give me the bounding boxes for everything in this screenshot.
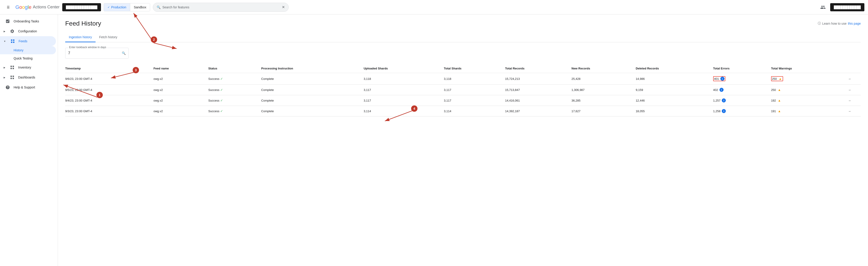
sidebar-item-help-label: Help & Support [13,86,35,89]
sidebar-item-feeds[interactable]: Feeds [0,36,56,46]
warning-icon[interactable]: ▲ [777,109,781,113]
cell-total-warnings: 250 ▲ [771,85,842,95]
sidebar-sub-item-quick-testing[interactable]: Quick Testing [0,54,56,62]
sidebar-item-help[interactable]: Help & Support [0,82,56,92]
help-icon [5,85,10,90]
error-info-icon[interactable]: i [720,77,724,81]
cell-processing: Complete [261,85,364,95]
cell-timestamp: 9/3/23, 23:00 GMT-4 [65,106,154,117]
app-logo: Google Actions Center [16,4,60,10]
row-navigate-arrow[interactable]: → [842,73,861,85]
page-help-link: ⓘ Learn how to use this page [818,22,861,26]
sandbox-tab[interactable]: Sandbox [130,3,150,11]
table-row: 9/3/23, 23:00 GMT-4 owg.v2 Success ✓ Com… [65,106,861,117]
sidebar-sub-item-quick-testing-label: Quick Testing [13,57,33,60]
cell-status: Success ✓ [208,95,261,106]
sidebar-item-onboarding-label: Onboarding Tasks [13,20,39,23]
warning-icon[interactable]: ▲ [778,77,782,81]
cell-new-records: 36,285 [571,95,636,106]
cell-uploaded-shards: 3,114 [364,106,444,117]
menu-icon[interactable]: ☰ [4,3,13,12]
cell-deleted-records: 9,159 [636,85,713,95]
sidebar-item-onboarding[interactable]: Onboarding Tasks [0,16,56,26]
main-content: Feed History ⓘ Learn how to use this pag… [58,14,868,266]
error-info-icon[interactable]: i [722,98,726,102]
cell-total-records: 14,392,187 [505,106,571,117]
tab-fetch-history[interactable]: Fetch history [96,33,121,42]
feeds-icon [10,39,15,43]
status-check-icon: ✓ [220,77,223,80]
production-tab[interactable]: ✓ Production [104,3,130,11]
feed-history-table: Timestamp Feed name Status Processing In… [65,64,861,117]
navbar-right: ████████████ [818,3,864,12]
col-total-warnings: Total Warnings [771,64,842,73]
row-navigate-arrow[interactable]: → [842,85,861,95]
col-deleted-records: Deleted Records [636,64,713,73]
status-check-icon: ✓ [220,88,223,92]
row-navigate-arrow[interactable]: → [842,106,861,117]
onboarding-icon [5,19,10,24]
feature-search[interactable]: 🔍 ✕ [153,3,289,12]
col-arrow [842,64,861,73]
warning-icon[interactable]: ▲ [777,98,781,102]
cell-total-errors: 401 i [713,73,771,85]
cell-uploaded-shards: 3,118 [364,73,444,85]
lookback-search-input[interactable] [68,51,120,55]
lookback-search-icon[interactable]: 🔍 [122,51,126,55]
app-name: Actions Center [33,5,60,9]
search-clear-icon[interactable]: ✕ [282,5,285,9]
user-block[interactable]: ████████████ [830,3,864,11]
sidebar-item-configuration[interactable]: Configuration [0,26,56,36]
error-info-icon[interactable]: i [719,88,723,92]
feeds-chevron [4,40,6,42]
cell-uploaded-shards: 3,117 [364,85,444,95]
status-check-icon: ✓ [220,109,223,113]
cell-total-warnings: 192 ▲ [771,95,842,106]
lookback-search-label: Enter lookback window in days [68,46,107,49]
cell-status: Success ✓ [208,85,261,95]
sidebar-item-dashboards[interactable]: Dashboards [0,72,56,82]
page-header: Feed History ⓘ Learn how to use this pag… [65,20,861,27]
inventory-icon [10,65,14,70]
cell-timestamp: 9/5/23, 23:00 GMT-4 [65,85,154,95]
cell-total-records: 14,416,061 [505,95,571,106]
row-navigate-arrow[interactable]: → [842,95,861,106]
cell-feed-name: owg.v2 [154,106,208,117]
col-feed-name: Feed name [154,64,208,73]
sidebar-item-inventory[interactable]: Inventory [0,62,56,72]
sidebar-sub-item-history[interactable]: History [0,46,56,54]
cell-total-errors: 1,257 i [713,95,771,106]
cell-feed-name: owg.v2 [154,73,208,85]
col-total-errors: Total Errors [713,64,771,73]
cell-deleted-records: 18,055 [636,106,713,117]
sidebar-sub-item-history-label: History [13,48,24,52]
cell-processing: Complete [261,73,364,85]
account-icon[interactable] [818,3,828,12]
help-link[interactable]: this page [848,22,861,25]
cell-total-records: 15,724,213 [505,73,571,85]
tab-ingestion-history[interactable]: Ingestion history [65,33,96,42]
cell-status: Success ✓ [208,73,261,85]
sidebar-item-feeds-label: Feeds [19,39,27,43]
error-info-icon[interactable]: i [722,109,726,113]
cell-timestamp: 9/6/23, 23:00 GMT-4 [65,73,154,85]
inventory-chevron [4,66,5,69]
cell-total-errors: 402 i [713,85,771,95]
app-layout: Onboarding Tasks Configuration Feeds His… [0,14,868,266]
table-row: 9/6/23, 23:00 GMT-4 owg.v2 Success ✓ Com… [65,73,861,85]
search-input[interactable] [162,5,280,9]
cell-total-records: 15,713,847 [505,85,571,95]
production-check: ✓ [107,6,110,9]
page-title: Feed History [65,20,101,27]
col-total-records: Total Records [505,64,571,73]
navbar: ☰ Google Actions Center ██████████████ ✓… [0,0,868,14]
account-selector[interactable]: ██████████████ [62,3,101,11]
cell-new-records: 1,306,987 [571,85,636,95]
cell-timestamp: 9/4/23, 23:00 GMT-4 [65,95,154,106]
warning-icon[interactable]: ▲ [777,88,781,92]
sidebar-item-inventory-label: Inventory [18,66,31,69]
cell-processing: Complete [261,95,364,106]
sidebar-item-dashboards-label: Dashboards [18,75,35,79]
environment-tabs: ✓ Production Sandbox [104,3,150,11]
cell-new-records: 17,627 [571,106,636,117]
